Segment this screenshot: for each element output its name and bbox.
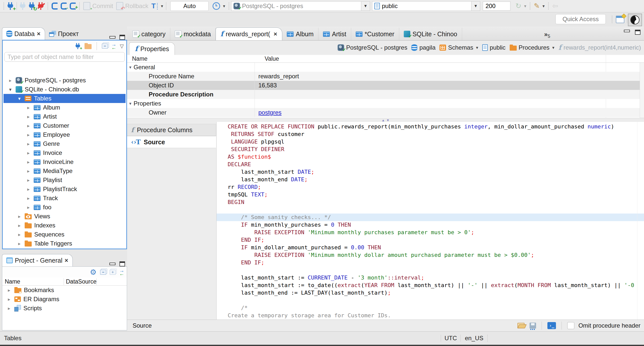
pane-splitter[interactable]: ▲ ▼ [127, 118, 644, 122]
schema-selector[interactable]: public ▼ [372, 1, 480, 11]
breadcrumb-item-pagila[interactable]: pagila [410, 44, 436, 51]
expander-icon[interactable]: ▾ [8, 87, 13, 92]
project-item-er-diagrams[interactable]: ▸ER Diagrams [2, 295, 127, 304]
expander-icon[interactable]: ▸ [6, 287, 12, 293]
transaction-log-button[interactable]: T▾ [150, 2, 165, 10]
expander-icon[interactable]: ▸ [6, 296, 12, 302]
tree-item-playlisttrack[interactable]: ▸PlaylistTrack [4, 185, 126, 194]
tree-item-postgresql-postgres[interactable]: ▸✓PostgreSQL - postgres [4, 76, 126, 85]
back-button[interactable]: ⇦ [551, 3, 559, 10]
connect-button[interactable] [18, 2, 27, 10]
expander-icon[interactable]: ▸ [17, 232, 22, 237]
sql-editor-button[interactable] [50, 3, 59, 10]
maximize-icon[interactable] [119, 261, 125, 266]
tab-overflow-button[interactable]: »5 [542, 31, 553, 39]
minimize-icon[interactable] [624, 30, 630, 32]
tree-item-sequences[interactable]: ▸Sequences [4, 230, 126, 239]
breadcrumb-item-rewards-report-int4-numeric[interactable]: frewards_report(int4,numeric) [557, 44, 642, 51]
link-with-editor-icon[interactable]: →← [111, 43, 116, 49]
expander-icon[interactable]: ▾ [127, 65, 134, 70]
transaction-history-button[interactable]: ▾ [211, 2, 227, 10]
property-row-general[interactable]: ▾General [127, 63, 644, 72]
open-sql-script-button[interactable]: → [59, 3, 68, 10]
close-icon[interactable]: ✕ [64, 258, 68, 263]
status-timezone[interactable]: UTC [441, 335, 461, 342]
tab-database-navigator[interactable]: Databa ✕ [2, 27, 45, 40]
tree-item-customer[interactable]: ▸Customer [4, 121, 126, 130]
view-menu-icon[interactable]: ▽ [120, 43, 124, 49]
column-header-name[interactable]: Name [2, 278, 64, 285]
status-locale[interactable]: en_US [465, 335, 488, 342]
minimize-icon[interactable] [109, 36, 115, 39]
object-filter-input[interactable] [4, 52, 125, 62]
perspective-icon[interactable] [616, 16, 624, 23]
owner-link[interactable]: postgres [258, 109, 281, 116]
splitter-up-icon[interactable]: ▲ [382, 118, 385, 122]
column-header-value[interactable]: Value [265, 55, 279, 62]
tree-item-table-triggers[interactable]: ▸Table Triggers [4, 239, 126, 248]
expander-icon[interactable]: ▸ [26, 159, 31, 165]
editor-tab-customer[interactable]: *Customer [351, 28, 399, 40]
tree-item-employee[interactable]: ▸Employee [4, 130, 126, 139]
maximize-icon[interactable] [635, 30, 640, 35]
tree-item-genre[interactable]: ▸Genre [4, 139, 126, 148]
tab-projects[interactable]: Проект [45, 28, 83, 40]
load-from-file-icon[interactable] [517, 323, 526, 329]
editor-tab-artist[interactable]: Artist [318, 28, 351, 40]
rollback-button[interactable]: ↶ Rollback [115, 2, 150, 10]
tree-item-sqlite-chinook-db[interactable]: ▾✓SQLite - Chinook.db [4, 85, 126, 94]
expander-icon[interactable]: ▸ [26, 114, 31, 120]
expander-icon[interactable]: ▸ [17, 214, 22, 219]
chevron-down-icon[interactable]: ▾ [476, 45, 478, 50]
persist-console-icon[interactable]: ›_ [547, 322, 556, 329]
expander-icon[interactable]: ▸ [8, 78, 13, 83]
collapse-all-icon[interactable]: − [100, 270, 106, 275]
link-with-editor-icon[interactable]: →← [119, 269, 124, 275]
new-connection-button[interactable]: + [6, 2, 15, 10]
generate-mock-data-button[interactable]: ✎ ▾ [532, 3, 546, 10]
breadcrumb-item-schemas[interactable]: Schemas▾ [438, 44, 479, 51]
tab-properties[interactable]: f Properties [129, 42, 175, 55]
fetch-size-input[interactable] [483, 2, 510, 11]
tree-item-foo[interactable]: ▸foo [4, 203, 126, 212]
breadcrumb-item-postgresql-postgres[interactable]: ✓PostgreSQL - postgres [337, 44, 408, 51]
quick-access-input[interactable] [555, 14, 606, 24]
expander-icon[interactable]: ▸ [26, 105, 31, 111]
expander-icon[interactable]: ▸ [26, 141, 31, 147]
expander-icon[interactable]: ▸ [26, 150, 31, 156]
editor-tab-mockdata[interactable]: ✓mockdata [170, 28, 216, 40]
refresh-button[interactable]: ↻ ▾ [514, 3, 528, 10]
connection-selector[interactable]: ✓ PostgreSQL - postgres ▼ [231, 1, 370, 11]
expander-icon[interactable]: ▾ [17, 96, 22, 101]
breadcrumb-item-procedures[interactable]: Procedures▾ [509, 44, 555, 51]
tree-item-album[interactable]: ▸Album [4, 103, 126, 112]
tree-item-playlist[interactable]: ▸Playlist [4, 176, 126, 185]
project-item-scripts[interactable]: ▸Scripts [2, 304, 127, 313]
gear-icon[interactable]: ⚙ [90, 268, 97, 276]
breadcrumb-item-public[interactable]: public [481, 44, 507, 51]
editor-tab-album[interactable]: Album [282, 28, 318, 40]
tree-item-indexes[interactable]: ▸Indexes [4, 221, 126, 230]
minimize-icon[interactable] [109, 263, 115, 265]
editor-tab-sqlite-chinoo[interactable]: ✓SQLite - Chinoo [399, 28, 462, 40]
tree-item-views[interactable]: ▸Views [4, 212, 126, 221]
expander-icon[interactable]: ▸ [26, 132, 31, 138]
expander-icon[interactable]: ▸ [26, 195, 31, 201]
column-header-name[interactable]: Name [132, 55, 147, 62]
vertical-scrollbar[interactable] [640, 63, 644, 118]
close-icon[interactable]: ✕ [37, 31, 41, 37]
new-folder-icon[interactable] [85, 44, 92, 49]
commit-button[interactable]: ▪ Commit [82, 2, 115, 10]
expander-icon[interactable]: ▸ [26, 186, 31, 192]
tree-item-tables[interactable]: ▾Tables [4, 94, 126, 103]
expander-icon[interactable]: ▾ [127, 101, 134, 106]
tree-item-artist[interactable]: ▸Artist [4, 112, 126, 121]
subtab-procedure-columns[interactable]: fProcedure Columns [127, 124, 216, 136]
tab-project-general[interactable]: Project - General ✕ [2, 254, 73, 266]
connection-selector-dropdown[interactable]: ▼ [361, 2, 370, 11]
expander-icon[interactable]: ▸ [17, 223, 22, 228]
commit-mode-button[interactable]: Auto [170, 1, 209, 11]
tree-item-track[interactable]: ▸Track [4, 194, 126, 203]
property-row-properties[interactable]: ▾Properties [127, 99, 644, 108]
property-row-procedure-name[interactable]: Procedure Namerewards_report [127, 72, 644, 81]
